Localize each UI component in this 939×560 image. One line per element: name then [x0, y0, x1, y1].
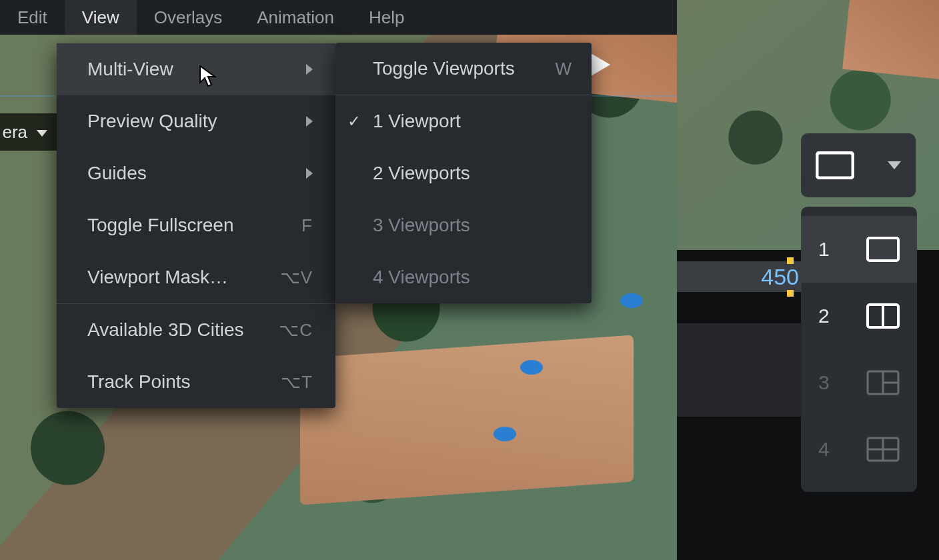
menubar-item-overlays[interactable]: Overlays: [137, 0, 240, 35]
submenu-item-4-viewports[interactable]: 4 Viewports: [335, 251, 592, 303]
multi-view-submenu: Toggle Viewports W ✓ 1 Viewport 2 Viewpo…: [335, 43, 592, 303]
checkmark-icon: ✓: [347, 112, 361, 131]
submenu-item-label: 1 Viewport: [373, 111, 461, 132]
property-panel: [677, 323, 802, 417]
menu-item-toggle-fullscreen[interactable]: Toggle Fullscreen F: [57, 199, 335, 251]
menu-item-label: Viewport Mask…: [87, 267, 228, 288]
submenu-item-1-viewport[interactable]: ✓ 1 Viewport: [335, 95, 592, 147]
submenu-item-label: 4 Viewports: [373, 267, 470, 288]
chevron-down-icon: [37, 130, 47, 137]
menu-shortcut: F: [301, 215, 313, 236]
svg-rect-0: [817, 153, 853, 178]
menu-shortcut: ⌥T: [281, 372, 313, 393]
menu-shortcut: ⌥V: [280, 267, 313, 288]
menubar-item-edit[interactable]: Edit: [0, 0, 65, 35]
two-viewport-icon: [866, 303, 900, 329]
submenu-item-2-viewports[interactable]: 2 Viewports: [335, 147, 592, 199]
menu-item-label: Available 3D Cities: [87, 319, 244, 341]
menubar-item-animation[interactable]: Animation: [239, 0, 351, 35]
view-menu: Multi-View Preview Quality Guides Toggle…: [57, 43, 335, 408]
submenu-item-toggle-viewports[interactable]: Toggle Viewports W: [335, 43, 592, 95]
menu-item-guides[interactable]: Guides: [57, 147, 335, 199]
submenu-item-label: Toggle Viewports: [373, 58, 515, 79]
submenu-arrow-icon: [306, 168, 313, 179]
menu-item-label: Preview Quality: [87, 111, 217, 132]
scene-umbrella-icon: [520, 360, 543, 375]
menu-item-label: Multi-View: [87, 59, 173, 80]
numeric-input-value: 450: [761, 264, 799, 290]
menu-item-multi-view[interactable]: Multi-View: [57, 43, 335, 95]
single-viewport-icon: [816, 151, 854, 179]
menubar-item-help[interactable]: Help: [351, 0, 421, 35]
submenu-item-3-viewports[interactable]: 3 Viewports: [335, 199, 592, 251]
camera-dropdown[interactable]: era: [0, 113, 57, 151]
scene-umbrella-icon: [494, 427, 516, 441]
option-number: 1: [818, 238, 830, 261]
menubar: Edit View Overlays Animation Help: [0, 0, 677, 35]
viewport-layout-option-1[interactable]: 1: [801, 216, 917, 283]
scene-roof-shape: [842, 0, 939, 80]
svg-rect-1: [868, 238, 898, 261]
option-number: 2: [818, 305, 830, 327]
menu-item-label: Guides: [87, 163, 147, 184]
menu-item-label: Toggle Fullscreen: [87, 215, 233, 236]
single-viewport-icon: [866, 237, 900, 262]
menu-item-label: Track Points: [87, 371, 191, 393]
menu-item-track-points[interactable]: Track Points ⌥T: [57, 356, 335, 408]
menu-item-available-3d-cities[interactable]: Available 3D Cities ⌥C: [57, 304, 335, 356]
four-viewport-icon: [866, 437, 900, 462]
submenu-shortcut: W: [555, 59, 572, 79]
chevron-down-icon: [888, 161, 901, 169]
menubar-item-view[interactable]: View: [65, 0, 137, 35]
submenu-arrow-icon: [306, 116, 313, 127]
submenu-item-label: 2 Viewports: [373, 163, 470, 184]
scene-umbrella-icon: [620, 293, 643, 308]
option-number: 3: [818, 371, 830, 394]
viewport-layout-option-4[interactable]: 4: [801, 416, 917, 483]
three-viewport-icon: [866, 370, 900, 395]
menu-shortcut: ⌥C: [279, 320, 313, 341]
menu-item-preview-quality[interactable]: Preview Quality: [57, 95, 335, 147]
viewport-layout-option-2[interactable]: 2: [801, 283, 917, 349]
viewport-layout-dropdown[interactable]: [801, 133, 916, 197]
field-resize-handle[interactable]: [787, 257, 794, 264]
viewport-layout-option-3[interactable]: 3: [801, 349, 917, 416]
submenu-item-label: 3 Viewports: [373, 215, 470, 236]
option-number: 4: [818, 438, 830, 461]
submenu-arrow-icon: [306, 64, 313, 75]
field-resize-handle[interactable]: [787, 290, 794, 297]
viewport-layout-popup: 1 2 3 4: [801, 207, 917, 492]
menu-item-viewport-mask[interactable]: Viewport Mask… ⌥V: [57, 251, 335, 303]
camera-dropdown-label: era: [2, 122, 27, 143]
numeric-input-field[interactable]: 450: [677, 261, 802, 292]
